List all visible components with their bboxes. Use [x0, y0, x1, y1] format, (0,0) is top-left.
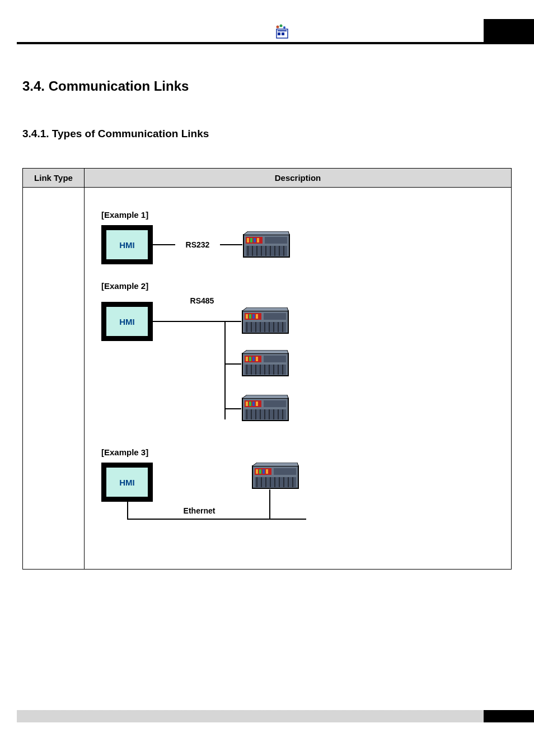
protocol-label-rs232: RS232	[175, 240, 220, 249]
svg-rect-28	[252, 314, 255, 319]
svg-rect-10	[250, 238, 252, 242]
svg-rect-43	[246, 357, 248, 361]
svg-rect-11	[254, 238, 256, 242]
svg-rect-81	[274, 468, 296, 475]
td-description: [Example 1] HMI RS232 [Example 2]	[85, 188, 512, 570]
svg-rect-13	[265, 237, 287, 244]
svg-rect-29	[256, 314, 258, 319]
svg-rect-65	[245, 409, 286, 419]
plc-device-icon	[241, 395, 289, 422]
svg-point-4	[277, 26, 279, 29]
svg-rect-14	[246, 246, 287, 256]
td-link-type	[23, 188, 85, 570]
svg-rect-62	[252, 402, 255, 406]
example3-label: [Example 3]	[101, 447, 494, 457]
svg-rect-31	[245, 322, 286, 332]
protocol-label-ethernet: Ethernet	[174, 506, 224, 515]
svg-rect-82	[255, 477, 296, 487]
svg-rect-46	[256, 357, 258, 361]
svg-rect-63	[256, 402, 258, 406]
svg-point-5	[280, 25, 283, 27]
svg-rect-26	[246, 314, 248, 319]
th-link-type: Link Type	[23, 169, 85, 188]
svg-rect-12	[257, 238, 259, 242]
svg-rect-60	[246, 402, 248, 406]
plc-device-icon	[251, 463, 299, 489]
hmi-device-icon: HMI	[101, 463, 153, 502]
svg-point-6	[283, 26, 285, 29]
plc-device-icon	[241, 307, 289, 334]
hmi-device-icon: HMI	[101, 302, 153, 341]
document-icon	[274, 24, 290, 39]
example1-diagram: HMI RS232	[101, 225, 494, 264]
svg-rect-48	[245, 365, 286, 375]
header-divider	[17, 42, 517, 44]
svg-rect-27	[249, 314, 251, 319]
footer-bar	[17, 710, 517, 722]
example1-label: [Example 1]	[101, 210, 494, 220]
svg-rect-61	[249, 402, 251, 406]
subsection-heading: 3.4.1. Types of Communication Links	[22, 128, 512, 140]
plc-device-icon	[242, 231, 291, 258]
svg-rect-3	[278, 30, 287, 31]
links-table: Link Type Description [Example 1] HMI RS…	[22, 168, 512, 570]
example3-diagram: HMI Ethernet	[101, 463, 494, 535]
example2-diagram: HMI RS485	[101, 296, 494, 431]
svg-rect-1	[278, 32, 280, 35]
svg-rect-9	[247, 238, 249, 242]
svg-rect-64	[264, 400, 286, 407]
svg-rect-77	[256, 469, 258, 474]
hmi-device-icon: HMI	[101, 225, 153, 264]
plc-device-icon	[241, 350, 289, 377]
section-heading: 3.4. Communication Links	[22, 78, 512, 94]
protocol-label-rs485: RS485	[180, 296, 224, 305]
example2-label: [Example 2]	[101, 281, 494, 291]
svg-rect-45	[252, 357, 255, 361]
svg-rect-79	[263, 469, 265, 474]
svg-rect-80	[266, 469, 268, 474]
svg-rect-44	[249, 357, 251, 361]
svg-rect-2	[282, 32, 284, 35]
th-description: Description	[85, 169, 512, 188]
svg-rect-47	[264, 356, 286, 362]
svg-rect-78	[259, 469, 261, 474]
svg-rect-30	[264, 313, 286, 320]
